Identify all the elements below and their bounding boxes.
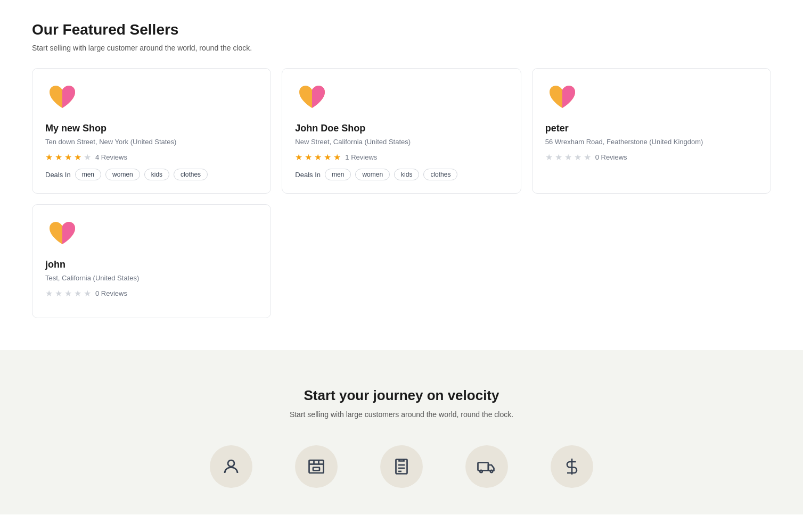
reviews-count-1: 4 Reviews <box>95 153 127 161</box>
seller-address-3: 56 Wrexham Road, Featherstone (United Ki… <box>545 137 758 147</box>
journey-subtitle: Start selling with large customers aroun… <box>32 410 771 419</box>
seller-address-2: New Street, California (United States) <box>295 137 507 147</box>
svg-point-9 <box>490 470 493 473</box>
user-icon <box>222 457 241 476</box>
seller-name-4: john <box>45 259 258 270</box>
star-4-4: ★ <box>74 288 81 298</box>
seller-card-1[interactable]: My new Shop Ten down Street, New York (U… <box>32 68 271 194</box>
star-3-3: ★ <box>564 152 572 162</box>
deal-tag-2-men: men <box>325 169 351 180</box>
deal-tag-1-clothes: clothes <box>174 169 208 180</box>
page-wrapper: Our Featured Sellers Start selling with … <box>0 0 803 532</box>
stars-row-1: ★ ★ ★ ★ ★ 4 Reviews <box>45 152 258 162</box>
box-icon <box>307 457 326 476</box>
svg-rect-2 <box>313 468 319 471</box>
user-icon-circle <box>210 445 252 488</box>
box-icon-circle <box>295 445 338 488</box>
deals-label-2: Deals In <box>295 171 321 179</box>
section-subtitle: Start selling with large customer around… <box>32 44 771 52</box>
seller-logo-3 <box>545 81 579 115</box>
star-4-1: ★ <box>45 288 53 298</box>
stars-row-4: ★ ★ ★ ★ ★ 0 Reviews <box>45 288 258 298</box>
deal-tag-2-kids: kids <box>394 169 419 180</box>
sellers-grid-top: My new Shop Ten down Street, New York (U… <box>32 68 771 194</box>
star-2-2: ★ <box>305 152 312 162</box>
dollar-icon-circle <box>551 445 593 488</box>
section-title: Our Featured Sellers <box>32 21 771 38</box>
deals-row-1: Deals In men women kids clothes <box>45 169 258 180</box>
dollar-icon <box>562 457 581 476</box>
icon-item-user <box>210 445 252 488</box>
deal-tag-2-clothes: clothes <box>423 169 457 180</box>
seller-name-1: My new Shop <box>45 123 258 134</box>
deals-label-1: Deals In <box>45 171 71 179</box>
star-4-2: ★ <box>55 288 62 298</box>
icon-item-dollar <box>551 445 593 488</box>
star-3-2: ★ <box>555 152 562 162</box>
star-1-1: ★ <box>45 152 53 162</box>
stars-row-3: ★ ★ ★ ★ ★ 0 Reviews <box>545 152 758 162</box>
seller-address-4: Test, California (United States) <box>45 273 258 283</box>
reviews-count-2: 1 Reviews <box>345 153 377 161</box>
icons-row <box>32 445 771 488</box>
stars-row-2: ★ ★ ★ ★ ★ 1 Reviews <box>295 152 507 162</box>
reviews-count-4: 0 Reviews <box>95 289 127 297</box>
star-1-3: ★ <box>64 152 72 162</box>
star-3-5: ★ <box>584 152 591 162</box>
deal-tag-1-kids: kids <box>144 169 169 180</box>
star-1-5: ★ <box>84 152 91 162</box>
star-4-3: ★ <box>64 288 72 298</box>
seller-logo-1 <box>45 81 79 115</box>
deal-tag-1-women: women <box>105 169 140 180</box>
clipboard-icon-circle <box>380 445 423 488</box>
star-2-4: ★ <box>324 152 331 162</box>
deal-tag-2-women: women <box>355 169 390 180</box>
seller-card-3[interactable]: peter 56 Wrexham Road, Featherstone (Uni… <box>532 68 771 194</box>
star-2-5: ★ <box>333 152 341 162</box>
seller-card-4[interactable]: john Test, California (United States) ★ … <box>32 204 271 318</box>
journey-title: Start your journey on velocity <box>32 387 771 404</box>
star-3-4: ★ <box>574 152 581 162</box>
seller-logo-2 <box>295 81 329 115</box>
seller-logo-4 <box>45 218 79 252</box>
featured-section: Our Featured Sellers Start selling with … <box>0 0 803 350</box>
star-1-4: ★ <box>74 152 81 162</box>
reviews-count-3: 0 Reviews <box>595 153 627 161</box>
deal-tag-1-men: men <box>75 169 101 180</box>
journey-section: Start your journey on velocity Start sel… <box>0 350 803 514</box>
icon-item-box <box>295 445 338 488</box>
star-2-3: ★ <box>314 152 322 162</box>
icon-item-clipboard <box>380 445 423 488</box>
seller-card-2[interactable]: John Doe Shop New Street, California (Un… <box>282 68 521 194</box>
seller-address-1: Ten down Street, New York (United States… <box>45 137 258 147</box>
seller-name-3: peter <box>545 123 758 134</box>
star-4-5: ★ <box>84 288 91 298</box>
star-1-2: ★ <box>55 152 62 162</box>
star-3-1: ★ <box>545 152 553 162</box>
star-2-1: ★ <box>295 152 302 162</box>
svg-point-8 <box>480 470 482 473</box>
svg-point-0 <box>228 460 234 467</box>
delivery-icon-circle <box>465 445 508 488</box>
delivery-icon <box>477 457 496 476</box>
seller-name-2: John Doe Shop <box>295 123 507 134</box>
sellers-grid-bottom: john Test, California (United States) ★ … <box>32 204 771 318</box>
svg-rect-7 <box>478 463 489 471</box>
deals-row-2: Deals In men women kids clothes <box>295 169 507 180</box>
clipboard-icon <box>392 457 411 476</box>
icon-item-delivery <box>465 445 508 488</box>
